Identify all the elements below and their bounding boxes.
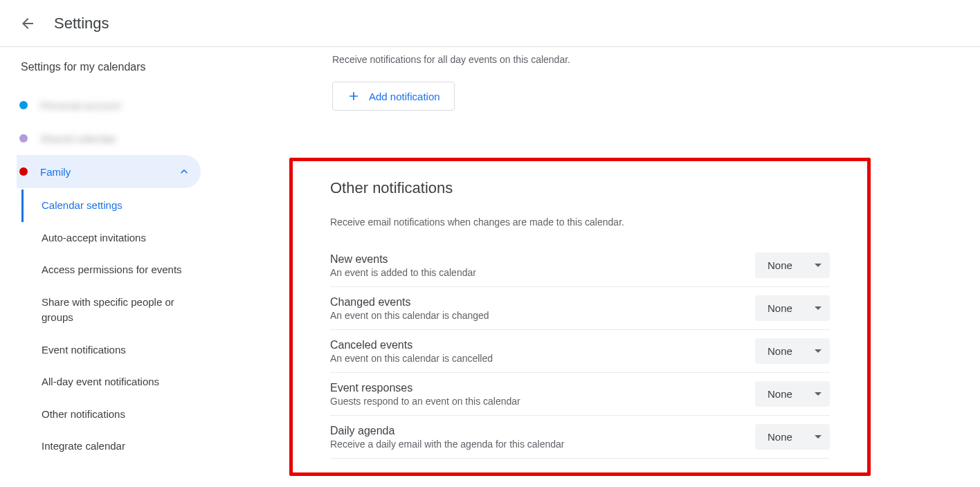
main-panel: Receive notifications for all day events… <box>208 47 980 487</box>
notif-subtitle: Guests respond to an event on this calen… <box>330 396 755 407</box>
notif-subtitle: An event is added to this calendar <box>330 267 755 278</box>
notif-title: Event responses <box>330 382 755 394</box>
subnav-calendar-settings[interactable]: Calendar settings <box>21 190 208 222</box>
dropdown-value: None <box>768 388 792 400</box>
notif-row-new-events: New events An event is added to this cal… <box>330 244 830 287</box>
add-notification-button[interactable]: Add notification <box>332 82 455 111</box>
calendar-item[interactable]: Personal account <box>17 89 201 122</box>
content: Settings for my calendars Personal accou… <box>0 47 980 487</box>
notif-title: Canceled events <box>330 339 755 351</box>
dropdown-value: None <box>768 259 792 271</box>
dropdown-value: None <box>768 302 792 314</box>
notif-title: Daily agenda <box>330 425 755 437</box>
notif-text: New events An event is added to this cal… <box>330 253 755 278</box>
subnav-access-permissions[interactable]: Access permissions for events <box>22 254 208 286</box>
arrow-left-icon <box>19 15 36 32</box>
calendar-label: Shared calendar <box>40 133 191 145</box>
calendar-label: Personal account <box>40 100 191 111</box>
calendar-color-dot <box>19 134 28 143</box>
notif-text: Daily agenda Receive a daily email with … <box>330 425 755 450</box>
chevron-up-icon <box>177 165 191 178</box>
notif-title: Changed events <box>330 296 755 309</box>
calendar-item[interactable]: Shared calendar <box>17 122 201 155</box>
notif-subtitle: An event on this calendar is cancelled <box>330 353 755 364</box>
section-title: Other notifications <box>330 179 830 197</box>
notif-row-daily-agenda: Daily agenda Receive a daily email with … <box>330 416 830 459</box>
calendar-label: Family <box>40 166 177 178</box>
dropdown-triangle-icon <box>815 264 822 267</box>
add-notification-label: Add notification <box>369 91 440 102</box>
section-description: Receive email notifications when changes… <box>330 217 830 228</box>
notif-text: Canceled events An event on this calenda… <box>330 339 755 364</box>
dropdown-triangle-icon <box>815 306 822 310</box>
notif-row-changed-events: Changed events An event on this calendar… <box>330 287 830 330</box>
notif-dropdown[interactable]: None <box>755 338 830 364</box>
subnav-share-people[interactable]: Share with specific people or groups <box>22 286 208 334</box>
plus-icon <box>347 89 361 103</box>
other-notifications-section: Other notifications Receive email notifi… <box>289 158 871 476</box>
notif-text: Changed events An event on this calendar… <box>330 296 755 321</box>
dropdown-triangle-icon <box>815 392 822 396</box>
subnav-other-notifications[interactable]: Other notifications <box>22 398 208 431</box>
dropdown-triangle-icon <box>815 435 822 439</box>
subnav-integrate-calendar[interactable]: Integrate calendar <box>22 430 208 463</box>
calendar-color-dot <box>19 167 28 176</box>
back-button[interactable] <box>14 10 42 37</box>
notif-dropdown[interactable]: None <box>755 424 830 450</box>
notif-dropdown[interactable]: None <box>755 295 830 321</box>
subnav-auto-accept[interactable]: Auto-accept invitations <box>22 222 208 255</box>
dropdown-value: None <box>768 345 792 357</box>
page-title: Settings <box>54 15 109 33</box>
notif-text: Event responses Guests respond to an eve… <box>330 382 755 407</box>
sidebar: Settings for my calendars Personal accou… <box>0 47 208 487</box>
allday-description: Receive notifications for all day events… <box>332 54 952 65</box>
subnav-event-notifications[interactable]: Event notifications <box>22 334 208 367</box>
calendar-item-family[interactable]: Family <box>17 155 201 188</box>
sidebar-heading: Settings for my calendars <box>21 61 208 73</box>
notif-subtitle: An event on this calendar is changed <box>330 310 755 321</box>
notif-row-canceled-events: Canceled events An event on this calenda… <box>330 330 830 373</box>
notif-dropdown[interactable]: None <box>755 381 830 407</box>
dropdown-value: None <box>768 431 792 443</box>
subnav-allday-notifications[interactable]: All-day event notifications <box>22 366 208 398</box>
subnav: Calendar settings Auto-accept invitation… <box>21 190 208 463</box>
header: Settings <box>0 0 980 47</box>
notif-row-event-responses: Event responses Guests respond to an eve… <box>330 373 830 416</box>
calendar-color-dot <box>19 101 28 109</box>
dropdown-triangle-icon <box>815 349 822 353</box>
notif-dropdown[interactable]: None <box>755 252 830 278</box>
notif-subtitle: Receive a daily email with the agenda fo… <box>330 439 755 450</box>
notif-title: New events <box>330 253 755 266</box>
